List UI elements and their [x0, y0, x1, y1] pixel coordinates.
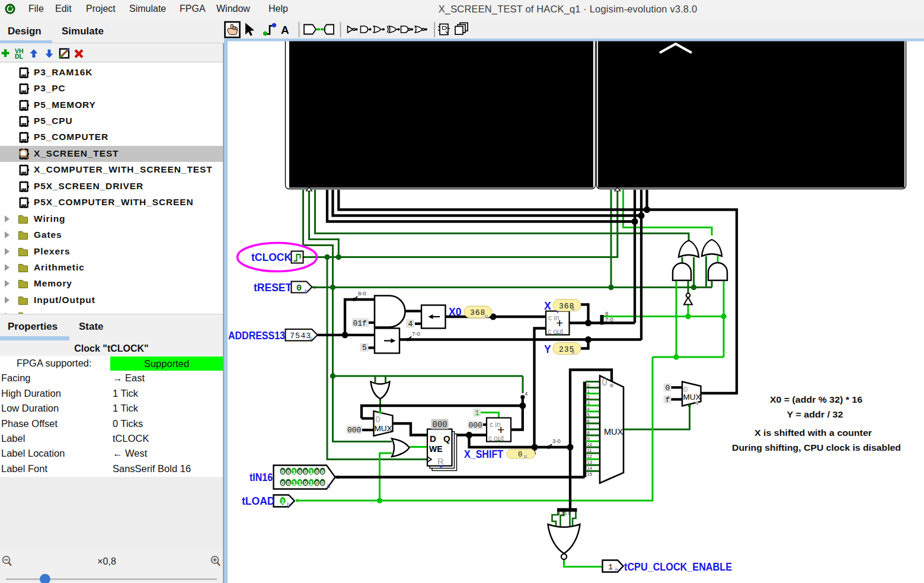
svg-text:0: 0 [602, 377, 608, 387]
svg-text:3: 3 [587, 400, 590, 406]
svg-text:X is shifted with a counter: X is shifted with a counter [754, 428, 872, 438]
svg-text:0: 0 [321, 469, 324, 476]
svg-text:b: b [327, 483, 330, 489]
svg-text:1: 1 [475, 409, 479, 418]
svg-text:11: 11 [587, 448, 592, 453]
svg-text:Y: Y [544, 343, 551, 355]
svg-text:tLOAD: tLOAD [242, 495, 274, 507]
svg-text:0: 0 [286, 469, 290, 476]
svg-text:1: 1 [292, 469, 296, 476]
svg-text:2: 2 [587, 394, 590, 400]
svg-text:1: 1 [608, 563, 613, 572]
svg-text:ADDRESS13: ADDRESS13 [228, 330, 285, 342]
svg-text:7-0: 7-0 [605, 316, 613, 323]
svg-text:01f: 01f [353, 319, 367, 328]
svg-text:13: 13 [587, 460, 592, 465]
svg-text:DL: DL [15, 53, 24, 60]
svg-text:1: 1 [281, 498, 285, 505]
svg-text:During shifting, CPU clock is: During shifting, CPU clock is disabled [732, 442, 901, 453]
svg-text:0: 0 [315, 469, 318, 476]
svg-text:MUX: MUX [604, 427, 624, 437]
svg-text:3-0: 3-0 [552, 438, 561, 444]
svg-text:Q: Q [443, 434, 450, 444]
svg-text:A: A [281, 24, 289, 36]
svg-text:tIN16: tIN16 [250, 472, 273, 483]
svg-text:12: 12 [587, 454, 592, 459]
svg-text:0: 0 [286, 480, 290, 487]
svg-text:0: 0 [281, 469, 284, 476]
svg-text:5: 5 [587, 412, 590, 418]
svg-text:D: D [430, 434, 436, 444]
svg-text:f: f [666, 396, 670, 404]
svg-text:000: 000 [469, 421, 482, 430]
svg-text:4: 4 [525, 390, 527, 397]
svg-text:0: 0 [376, 415, 381, 424]
svg-text:0: 0 [296, 283, 302, 294]
svg-text:0: 0 [303, 469, 307, 476]
svg-text:1: 1 [298, 480, 302, 487]
svg-text:R: R [437, 456, 444, 466]
svg-text:4: 4 [408, 320, 413, 329]
svg-text:0: 0 [315, 480, 318, 487]
svg-text:X_SHIFT: X_SHIFT [464, 448, 503, 460]
svg-text:Y = addr / 32: Y = addr / 32 [787, 409, 843, 419]
svg-text:tCLOCK: tCLOCK [251, 251, 292, 263]
svg-text:7: 7 [587, 424, 590, 429]
svg-text:u: u [571, 349, 574, 355]
svg-text:c out: c out [548, 327, 564, 336]
svg-text:000: 000 [347, 426, 361, 435]
svg-text:15: 15 [587, 472, 592, 477]
svg-text:0: 0 [298, 469, 302, 476]
svg-text:tRESET: tRESET [254, 282, 292, 294]
svg-text:0: 0 [518, 451, 522, 459]
svg-text:0: 0 [587, 383, 590, 388]
svg-text:u: u [571, 305, 574, 311]
svg-text:0: 0 [281, 480, 284, 487]
svg-text:4: 4 [587, 406, 590, 412]
svg-text:b: b [287, 502, 290, 508]
svg-text:u: u [485, 313, 488, 319]
svg-text:1: 1 [292, 480, 296, 487]
svg-text:1: 1 [309, 480, 313, 487]
svg-text:u: u [309, 335, 312, 341]
svg-text:14: 14 [587, 466, 592, 471]
svg-text:000: 000 [433, 420, 447, 429]
svg-text:X: X [544, 300, 551, 312]
svg-text:0: 0 [666, 384, 670, 393]
svg-text:6: 6 [587, 418, 590, 423]
svg-text:7-0: 7-0 [412, 330, 420, 337]
svg-text:9: 9 [587, 436, 590, 441]
svg-text:MUX: MUX [375, 424, 392, 433]
svg-text:X0: X0 [449, 306, 462, 318]
svg-text:c out: c out [488, 434, 504, 442]
svg-text:WE: WE [429, 444, 443, 454]
svg-text:tCPU_CLOCK_ENABLE: tCPU_CLOCK_ENABLE [624, 561, 732, 573]
svg-text:X0 = (addr % 32) * 16: X0 = (addr % 32) * 16 [770, 394, 862, 404]
svg-text:368: 368 [470, 308, 485, 317]
svg-text:0: 0 [303, 480, 307, 487]
svg-text:8: 8 [605, 310, 608, 317]
svg-text:0: 0 [321, 480, 324, 487]
svg-text:8: 8 [587, 430, 590, 435]
svg-text:b: b [305, 288, 308, 294]
svg-text:10: 10 [587, 442, 592, 447]
svg-text:MUX: MUX [683, 393, 701, 402]
svg-text:b: b [615, 567, 618, 573]
svg-text:8-0: 8-0 [358, 290, 366, 297]
svg-text:1: 1 [309, 469, 313, 476]
svg-text:1: 1 [587, 388, 590, 394]
svg-text:5: 5 [362, 343, 367, 352]
svg-text:3 2 1 0: 3 2 1 0 [558, 511, 571, 515]
svg-text:7543: 7543 [290, 332, 311, 340]
svg-text:u: u [524, 453, 527, 459]
